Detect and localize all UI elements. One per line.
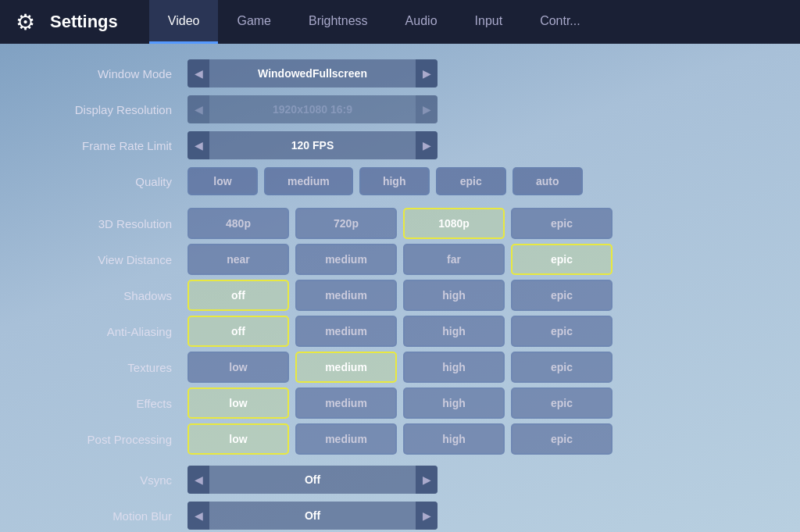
setting-row-view-distance: View Distancenearmediumfarepic — [31, 244, 769, 275]
frame-rate-limit-label: Frame Rate Limit — [31, 139, 188, 152]
frame-rate-limit-prev[interactable]: ◀ — [188, 131, 209, 159]
setting-row-post-processing: Post Processinglowmediumhighepic — [31, 423, 769, 455]
opt-btn-anti-aliasing-epic[interactable]: epic — [511, 316, 612, 347]
opt-btn-textures-high[interactable]: high — [403, 352, 505, 383]
setting-label-post-processing: Post Processing — [31, 433, 188, 446]
window-mode-prev[interactable]: ◀ — [188, 59, 209, 87]
opt-btn-post-processing-medium[interactable]: medium — [295, 423, 397, 455]
setting-label-view-distance: View Distance — [31, 253, 188, 266]
slider-next-vsync[interactable]: ▶ — [416, 466, 438, 494]
opt-btn-view-distance-near[interactable]: near — [188, 244, 289, 275]
slider-value-vsync: Off — [209, 467, 416, 492]
setting-row-textures: Textureslowmediumhighepic — [31, 352, 769, 383]
opt-btn-post-processing-low[interactable]: low — [188, 423, 289, 455]
quality-btn-auto[interactable]: auto — [512, 167, 583, 195]
nav-tab-brightness[interactable]: Brightness — [290, 0, 387, 44]
setting-options-shadows: offmediumhighepic — [188, 280, 612, 311]
opt-btn-anti-aliasing-high[interactable]: high — [403, 316, 505, 347]
bottom-sliders: Vsync ◀ Off ▶ Motion Blur ◀ Off ▶ Show F… — [31, 466, 769, 532]
setting-label-anti-aliasing: Anti-Aliasing — [31, 325, 188, 338]
nav-tab-audio[interactable]: Audio — [387, 0, 456, 44]
slider-control-motion-blur: ◀ Off ▶ — [188, 502, 438, 530]
slider-row-motion-blur: Motion Blur ◀ Off ▶ — [31, 502, 769, 530]
display-resolution-label: Display Resolution — [31, 103, 188, 116]
display-resolution-control: ◀ 1920x1080 16:9 ▶ — [188, 95, 438, 123]
setting-options-textures: lowmediumhighepic — [188, 352, 612, 383]
quality-btn-high[interactable]: high — [359, 167, 430, 195]
slider-prev-motion-blur[interactable]: ◀ — [188, 502, 209, 530]
header: ⚙ Settings VideoGameBrightnessAudioInput… — [0, 0, 800, 44]
quality-row: Quality lowmediumhighepicauto — [31, 167, 769, 195]
display-resolution-value: 1920x1080 16:9 — [209, 97, 416, 122]
opt-btn-3d-resolution-1080p[interactable]: 1080p — [403, 208, 505, 239]
setting-options-3d-resolution: 480p720p1080pepic — [188, 208, 612, 239]
opt-btn-shadows-medium[interactable]: medium — [295, 280, 397, 311]
setting-options-view-distance: nearmediumfarepic — [188, 244, 612, 275]
quality-btn-epic[interactable]: epic — [436, 167, 506, 195]
quality-btn-medium[interactable]: medium — [264, 167, 353, 195]
slider-next-motion-blur[interactable]: ▶ — [416, 502, 438, 530]
setting-label-shadows: Shadows — [31, 289, 188, 302]
settings-section: 3D Resolution480p720p1080pepicView Dista… — [31, 208, 769, 455]
setting-options-effects: lowmediumhighepic — [188, 387, 612, 419]
display-resolution-next[interactable]: ▶ — [416, 95, 438, 123]
opt-btn-3d-resolution-epic[interactable]: epic — [511, 208, 612, 239]
window-mode-label: Window Mode — [31, 67, 188, 80]
slider-label-vsync: Vsync — [31, 473, 188, 487]
opt-btn-textures-epic[interactable]: epic — [511, 352, 612, 383]
opt-btn-view-distance-far[interactable]: far — [403, 244, 505, 275]
slider-control-vsync: ◀ Off ▶ — [188, 466, 438, 494]
opt-btn-textures-low[interactable]: low — [188, 352, 289, 383]
setting-options-post-processing: lowmediumhighepic — [188, 423, 612, 455]
setting-options-anti-aliasing: offmediumhighepic — [188, 316, 612, 347]
frame-rate-limit-value: 120 FPS — [209, 133, 416, 158]
opt-btn-view-distance-medium[interactable]: medium — [295, 244, 397, 275]
quality-label: Quality — [31, 175, 188, 188]
nav-tab-contr[interactable]: Contr... — [521, 0, 599, 44]
display-resolution-row: Display Resolution ◀ 1920x1080 16:9 ▶ — [31, 95, 769, 123]
slider-row-vsync: Vsync ◀ Off ▶ — [31, 466, 769, 494]
display-resolution-prev[interactable]: ◀ — [188, 95, 209, 123]
app-title: ⚙ Settings — [16, 9, 118, 34]
frame-rate-limit-next[interactable]: ▶ — [416, 131, 438, 159]
opt-btn-effects-medium[interactable]: medium — [295, 387, 397, 419]
frame-rate-limit-control: ◀ 120 FPS ▶ — [188, 131, 438, 159]
opt-btn-view-distance-epic[interactable]: epic — [511, 244, 612, 275]
slider-prev-vsync[interactable]: ◀ — [188, 466, 209, 494]
opt-btn-effects-low[interactable]: low — [188, 387, 289, 419]
content-area: Window Mode ◀ WindowedFullscreen ▶ Displ… — [0, 44, 800, 532]
setting-row-3d-resolution: 3D Resolution480p720p1080pepic — [31, 208, 769, 239]
quality-buttons: lowmediumhighepicauto — [188, 167, 583, 195]
setting-label-effects: Effects — [31, 397, 188, 410]
opt-btn-anti-aliasing-off[interactable]: off — [188, 316, 289, 347]
opt-btn-3d-resolution-720p[interactable]: 720p — [295, 208, 397, 239]
frame-rate-limit-row: Frame Rate Limit ◀ 120 FPS ▶ — [31, 131, 769, 159]
window-mode-control: ◀ WindowedFullscreen ▶ — [188, 59, 438, 87]
nav-tab-game[interactable]: Game — [218, 0, 290, 44]
opt-btn-shadows-high[interactable]: high — [403, 280, 505, 311]
opt-btn-3d-resolution-480p[interactable]: 480p — [188, 208, 289, 239]
nav-tab-video[interactable]: Video — [149, 0, 219, 44]
setting-row-effects: Effectslowmediumhighepic — [31, 387, 769, 419]
opt-btn-effects-high[interactable]: high — [403, 387, 505, 419]
opt-btn-textures-medium[interactable]: medium — [295, 352, 397, 383]
slider-value-motion-blur: Off — [209, 503, 416, 528]
window-mode-next[interactable]: ▶ — [416, 59, 438, 87]
setting-label-textures: Textures — [31, 361, 188, 374]
slider-label-motion-blur: Motion Blur — [31, 509, 188, 523]
gear-icon: ⚙ — [16, 9, 41, 34]
title-text: Settings — [50, 12, 118, 32]
opt-btn-effects-epic[interactable]: epic — [511, 387, 612, 419]
opt-btn-shadows-epic[interactable]: epic — [511, 280, 612, 311]
quality-btn-low[interactable]: low — [188, 167, 258, 195]
opt-btn-shadows-off[interactable]: off — [188, 280, 289, 311]
nav-tabs: VideoGameBrightnessAudioInputContr... — [149, 0, 784, 44]
setting-row-shadows: Shadowsoffmediumhighepic — [31, 280, 769, 311]
opt-btn-post-processing-epic[interactable]: epic — [511, 423, 612, 455]
nav-tab-input[interactable]: Input — [456, 0, 522, 44]
window-mode-value: WindowedFullscreen — [209, 61, 416, 86]
setting-row-anti-aliasing: Anti-Aliasingoffmediumhighepic — [31, 316, 769, 347]
window-mode-row: Window Mode ◀ WindowedFullscreen ▶ — [31, 59, 769, 87]
opt-btn-post-processing-high[interactable]: high — [403, 423, 505, 455]
opt-btn-anti-aliasing-medium[interactable]: medium — [295, 316, 397, 347]
